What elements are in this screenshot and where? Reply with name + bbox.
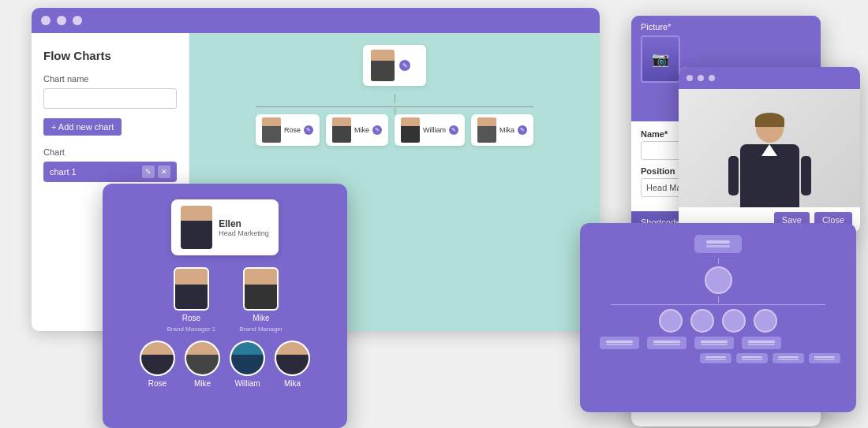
right-l5-rect-4 (809, 353, 840, 363)
css-head (756, 115, 784, 143)
purple-top-avatar (181, 206, 212, 249)
purple-top-name: Ellen (219, 218, 269, 229)
right-l4-rect-1 (600, 337, 639, 349)
child-avatar-1 (262, 117, 281, 143)
gc-name-mike: Mike (194, 379, 211, 388)
chart-item[interactable]: chart 1 ✎ ✕ (43, 162, 177, 182)
right-circle-node (705, 266, 732, 294)
purple-gc-william: William (230, 341, 265, 388)
right-connector-h1 (611, 304, 825, 305)
right-l3-circle-3 (722, 309, 746, 333)
purple-top-card[interactable]: Ellen Head Marketing (171, 199, 279, 255)
picture-label: Picture* (641, 22, 811, 32)
right-connector-v2 (592, 296, 844, 303)
right-l5-rect-3 (773, 353, 804, 363)
purple-level2: Rose Brand Manager 1 Mike Brand Manager (118, 267, 331, 333)
org-children-row: Rose ✎ Mike ✎ William ✎ (201, 114, 588, 146)
browser-dot-2 (57, 16, 66, 25)
gc-photo-rose (140, 341, 175, 376)
add-new-chart-button[interactable]: + Add new chart (43, 118, 122, 136)
purple-top-info: Ellen Head Marketing (219, 218, 269, 237)
child-name-mike: Mike (253, 314, 269, 322)
child-photo-rose (174, 267, 209, 311)
purple-org-top: Ellen Head Marketing (118, 199, 331, 255)
child-avatar-4 (477, 117, 496, 143)
person-figure (679, 89, 860, 207)
child-edit-3[interactable]: ✎ (449, 125, 458, 135)
purple-grandchildren: Rose Mike William Mika (118, 341, 331, 388)
css-arms (728, 156, 811, 195)
right-l3-2 (690, 309, 714, 333)
org-child-card-2[interactable]: Mike ✎ (326, 114, 388, 146)
professional-photo (679, 89, 860, 207)
org-child-card-4[interactable]: Mika ✎ (471, 114, 533, 146)
child-name-3: William (423, 126, 446, 134)
org-top-node: ✎ (201, 45, 588, 86)
photo-dot-2 (698, 75, 704, 81)
chart-delete-icon[interactable]: ✕ (158, 166, 170, 178)
browser-dot-3 (73, 16, 82, 25)
css-collar (761, 144, 777, 156)
child-role-rose: Brand Manager 1 (167, 326, 216, 333)
chart-item-icons: ✎ ✕ (142, 166, 170, 178)
browser-dot-1 (41, 16, 51, 25)
css-shoulders (740, 144, 799, 207)
purple-child-mike: Mike Brand Manager (239, 267, 282, 333)
css-arm-right (801, 156, 811, 195)
chart-item-label: chart 1 (50, 167, 77, 177)
browser-titlebar (32, 8, 600, 33)
org-child-card-3[interactable]: William ✎ (395, 114, 465, 146)
right-level4-left (600, 337, 844, 349)
org-top-avatar (371, 50, 395, 81)
org-top-edit-icon[interactable]: ✎ (399, 60, 410, 71)
right-top-node (694, 235, 742, 253)
chart-section-label: Chart (43, 147, 177, 157)
right-level5 (592, 353, 840, 363)
child-edit-1[interactable]: ✎ (304, 125, 313, 135)
right-l4-rect-4 (742, 337, 781, 349)
child-role-mike: Brand Manager (239, 326, 282, 333)
org-top-card[interactable]: ✎ (363, 45, 426, 86)
gc-photo-mika (275, 341, 310, 376)
chart-name-label: Chart name (43, 74, 177, 84)
gc-photo-william (230, 341, 265, 376)
purple-org-chart-right (580, 223, 856, 412)
child-name-rose: Rose (182, 314, 200, 322)
right-connector-v1 (592, 258, 844, 264)
chart-edit-icon[interactable]: ✎ (142, 166, 155, 178)
picture-box: 📷 (641, 35, 680, 83)
chart-name-input[interactable] (43, 88, 177, 109)
sidebar-title: Flow Charts (43, 49, 177, 62)
child-name-1: Rose (284, 126, 301, 134)
right-level2-circle (592, 266, 844, 294)
purple-top-subtitle: Head Marketing (219, 229, 269, 237)
css-arm-left (728, 156, 739, 195)
right-l3-1 (659, 309, 683, 333)
purple-org-chart-left: Ellen Head Marketing Rose Brand Manager … (103, 184, 347, 428)
photo-dot-1 (687, 75, 693, 81)
right-l5-rect-2 (736, 353, 768, 363)
org-child-card-1[interactable]: Rose ✎ (256, 114, 320, 146)
photo-card: Save Close (679, 67, 860, 233)
right-l3-circle-2 (690, 309, 714, 333)
css-person (740, 115, 799, 207)
right-level3 (592, 309, 844, 333)
right-l3-4 (754, 309, 777, 333)
child-avatar-2 (332, 117, 351, 143)
child-avatar-3 (401, 117, 420, 143)
child-name-2: Mike (354, 126, 369, 134)
right-l3-circle-4 (754, 309, 777, 333)
gc-photo-mike (185, 341, 220, 376)
css-hair (755, 113, 784, 127)
right-l4-rect-3 (694, 337, 734, 349)
child-edit-4[interactable]: ✎ (518, 125, 527, 135)
purple-child-rose: Rose Brand Manager 1 (167, 267, 216, 333)
photo-dot-3 (709, 75, 715, 81)
right-l4-rect-2 (647, 337, 687, 349)
right-l5-rect-1 (700, 353, 731, 363)
right-l3-circle-1 (659, 309, 683, 333)
gc-name-rose: Rose (148, 379, 166, 388)
purple-gc-mika: Mika (275, 341, 310, 388)
purple-gc-rose: Rose (140, 341, 175, 388)
child-edit-2[interactable]: ✎ (372, 125, 382, 135)
